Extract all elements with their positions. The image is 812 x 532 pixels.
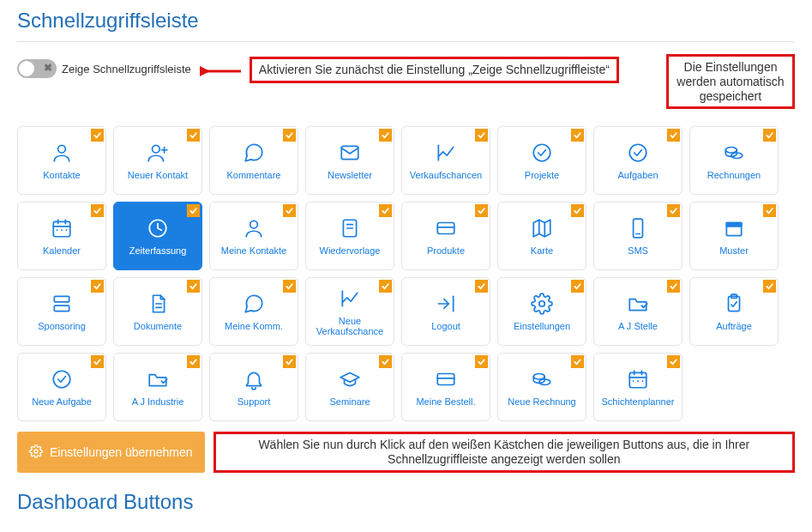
top-row: ✖ Zeige Schnellzugriffsleiste Aktivieren…	[17, 54, 795, 109]
box-icon	[722, 216, 746, 240]
show-quickaccess-toggle[interactable]: ✖	[17, 59, 57, 78]
tile-label: Newsletter	[324, 170, 376, 180]
tile-timetracking[interactable]: Zeiterfassung	[113, 202, 202, 270]
tile-resubmission[interactable]: Wiedervorlage	[305, 202, 394, 270]
tile-tasks[interactable]: Aufgaben	[593, 126, 683, 195]
tile-checkbox[interactable]	[571, 204, 584, 217]
folder-icon	[626, 292, 650, 316]
tile-aj-stelle[interactable]: A J Stelle	[593, 277, 683, 346]
tile-sponsoring[interactable]: Sponsoring	[17, 277, 106, 346]
card-icon	[434, 367, 458, 391]
tile-checkbox[interactable]	[187, 204, 200, 217]
tile-checkbox[interactable]	[667, 280, 680, 293]
tile-checkbox[interactable]	[379, 129, 392, 142]
tile-checkbox[interactable]	[283, 280, 296, 293]
tile-checkbox[interactable]	[91, 129, 104, 142]
tile-checkbox[interactable]	[379, 355, 392, 368]
tile-new-contact[interactable]: Neuer Kontakt	[113, 126, 202, 195]
tile-my-orders[interactable]: Meine Bestell.	[401, 353, 490, 421]
tile-checkbox[interactable]	[91, 280, 104, 293]
tile-checkbox[interactable]	[763, 129, 776, 142]
tile-label: Aufgaben	[614, 170, 661, 180]
calendar-icon	[50, 216, 74, 240]
tile-label: Neue Rechnung	[504, 396, 580, 407]
tile-map[interactable]: Karte	[497, 202, 586, 270]
toggle-label: Zeige Schnellzugriffsleiste	[62, 63, 191, 76]
tile-calendar[interactable]: Kalender	[17, 202, 106, 270]
user-plus-icon	[146, 141, 170, 165]
tile-checkbox[interactable]	[475, 280, 488, 293]
tile-checkbox[interactable]	[91, 204, 104, 217]
tile-checkbox[interactable]	[667, 129, 680, 142]
apply-settings-button[interactable]: Einstellungen übernehmen	[17, 432, 205, 473]
tile-newsletter[interactable]: Newsletter	[305, 126, 394, 195]
tile-checkbox[interactable]	[283, 129, 296, 142]
tile-checkbox[interactable]	[571, 355, 584, 368]
tile-my-comm[interactable]: Meine Komm.	[209, 277, 298, 346]
tile-checkbox[interactable]	[475, 129, 488, 142]
tile-sms[interactable]: SMS	[593, 202, 683, 270]
comment-icon	[242, 141, 266, 165]
tile-contacts[interactable]: Kontakte	[17, 126, 106, 195]
tile-settings[interactable]: Einstellungen	[497, 277, 586, 346]
tile-grid: KontakteNeuer KontaktKommentareNewslette…	[17, 126, 795, 421]
svg-point-51	[34, 450, 38, 453]
tile-checkbox[interactable]	[283, 204, 296, 217]
tile-checkbox[interactable]	[283, 355, 296, 368]
tile-checkbox[interactable]	[571, 280, 584, 293]
tile-invoices[interactable]: Rechnungen	[689, 126, 779, 195]
tile-checkbox[interactable]	[571, 129, 584, 142]
tile-documents[interactable]: Dokumente	[113, 277, 202, 346]
tile-projects[interactable]: Projekte	[497, 126, 586, 195]
tile-my-contacts[interactable]: Meine Kontakte	[209, 202, 298, 270]
tile-orders[interactable]: Aufträge	[689, 277, 779, 346]
tile-label: Rechnungen	[704, 170, 764, 180]
divider	[17, 41, 795, 42]
tile-new-opportunity[interactable]: Neue Verkaufschance	[305, 277, 394, 346]
tile-label: A J Stelle	[615, 321, 661, 331]
tile-checkbox[interactable]	[187, 355, 200, 368]
tile-comments[interactable]: Kommentare	[209, 126, 298, 195]
tile-checkbox[interactable]	[379, 204, 392, 217]
gear-icon	[530, 292, 554, 316]
document-icon	[146, 292, 170, 316]
logout-icon	[434, 292, 458, 316]
tile-checkbox[interactable]	[667, 355, 680, 368]
tile-label: Kontakte	[39, 170, 83, 180]
tile-checkbox[interactable]	[763, 204, 776, 217]
tile-new-task[interactable]: Neue Aufgabe	[17, 353, 106, 421]
tile-shift-planner[interactable]: Schichtenplanner	[593, 353, 683, 421]
tile-logout[interactable]: Logout	[401, 277, 490, 346]
arrow-icon	[200, 61, 241, 82]
card-icon	[434, 216, 458, 240]
check-circle-icon	[530, 141, 554, 165]
tile-seminars[interactable]: Seminare	[305, 353, 394, 421]
tile-aj-industrie[interactable]: A J Industrie	[113, 353, 202, 421]
tile-products[interactable]: Produkte	[401, 202, 490, 270]
dashboard-buttons-title: Dashboard Buttons	[17, 490, 795, 514]
tile-checkbox[interactable]	[475, 204, 488, 217]
tile-checkbox[interactable]	[763, 280, 776, 293]
coins-icon	[722, 141, 746, 165]
tile-checkbox[interactable]	[667, 204, 680, 217]
tile-label: Neue Verkaufschance	[306, 316, 394, 336]
tile-checkbox[interactable]	[379, 280, 392, 293]
svg-rect-40	[437, 374, 454, 385]
tile-label: Kommentare	[224, 170, 285, 180]
tile-label: Logout	[428, 321, 464, 331]
tile-templates[interactable]: Muster	[689, 202, 779, 270]
tile-checkbox[interactable]	[91, 355, 104, 368]
svg-rect-29	[726, 223, 741, 227]
tile-opportunities[interactable]: Verkaufschancen	[401, 126, 490, 195]
tile-label: Seminare	[326, 396, 373, 407]
phone-icon	[626, 216, 650, 240]
tile-new-invoice[interactable]: Neue Rechnung	[497, 353, 586, 421]
tile-checkbox[interactable]	[475, 355, 488, 368]
tile-label: Neue Aufgabe	[28, 396, 95, 407]
svg-rect-44	[629, 373, 647, 388]
tile-checkbox[interactable]	[187, 129, 200, 142]
list-icon	[50, 292, 74, 316]
tile-support[interactable]: Support	[209, 353, 298, 421]
envelope-icon	[338, 141, 362, 165]
tile-checkbox[interactable]	[187, 280, 200, 293]
